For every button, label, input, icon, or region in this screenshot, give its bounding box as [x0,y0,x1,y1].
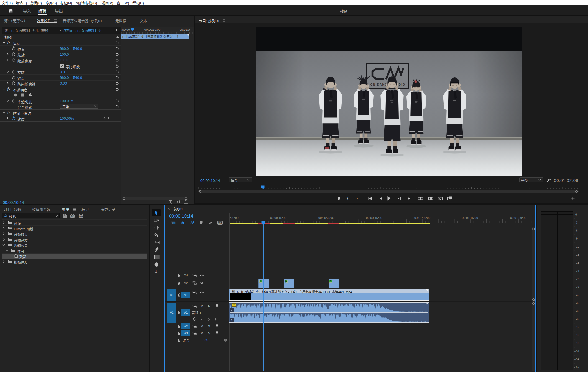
svg-text:32: 32 [71,215,74,218]
svg-text:YUV: YUV [79,215,83,218]
svg-text:CC: CC [218,222,221,224]
